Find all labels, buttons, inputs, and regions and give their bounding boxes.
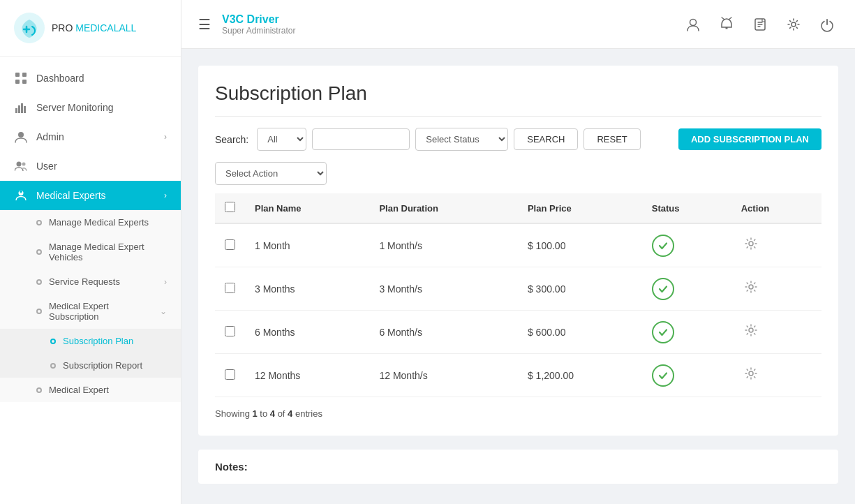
row-checkbox[interactable] xyxy=(225,369,235,380)
sidebar-item-label: Service Requests xyxy=(49,276,120,287)
sidebar-item-label: Medical Experts xyxy=(36,190,164,201)
header-checkbox-cell xyxy=(215,193,245,223)
dot-icon xyxy=(36,309,42,314)
svg-point-19 xyxy=(749,242,753,246)
menu-toggle-button[interactable]: ☰ xyxy=(198,16,211,33)
sidebar-item-service-requests[interactable]: Service Requests › xyxy=(0,269,181,294)
row-checkbox[interactable] xyxy=(225,239,235,250)
main-content: ☰ V3C Driver Super Administrator xyxy=(181,0,855,504)
action-select[interactable]: Select Action xyxy=(215,162,327,185)
svg-rect-3 xyxy=(15,80,20,84)
logo-pro: PRO xyxy=(52,22,73,34)
server-monitoring-icon xyxy=(14,101,28,114)
cell-plan-name: 1 Month xyxy=(245,223,369,267)
cell-plan-duration: 6 Month/s xyxy=(369,311,517,354)
search-label: Search: xyxy=(215,134,248,145)
cell-plan-duration: 3 Month/s xyxy=(369,267,517,311)
table-header-row: Plan Name Plan Duration Plan Price Statu… xyxy=(215,193,821,223)
driver-role: Super Administrator xyxy=(222,26,682,36)
status-select[interactable]: Select Status xyxy=(415,128,508,151)
svg-point-21 xyxy=(749,328,753,332)
notes-card: Notes: xyxy=(198,450,838,484)
cell-plan-duration: 12 Month/s xyxy=(369,354,517,397)
reset-button[interactable]: RESET xyxy=(583,128,640,150)
dot-icon xyxy=(50,339,56,344)
sidebar-item-label: Manage Medical Expert Vehicles xyxy=(49,242,167,262)
logo: PRO MEDICALALL xyxy=(0,0,181,57)
profile-icon[interactable] xyxy=(682,13,704,36)
dot-icon xyxy=(36,387,42,393)
dot-icon xyxy=(50,363,56,369)
sidebar-item-manage-vehicles[interactable]: Manage Medical Expert Vehicles xyxy=(0,235,181,269)
cell-action xyxy=(731,354,821,397)
search-button[interactable]: SEARCH xyxy=(514,128,578,150)
cell-plan-price: $ 300.00 xyxy=(518,267,642,311)
cell-plan-price: $ 600.00 xyxy=(518,311,642,354)
sidebar-item-subscription-plan[interactable]: Subscription Plan xyxy=(0,329,181,353)
cell-plan-name: 6 Months xyxy=(245,311,369,354)
action-gear-button[interactable] xyxy=(741,277,761,300)
notes-title: Notes: xyxy=(215,461,248,473)
status-active-icon xyxy=(652,364,674,387)
action-gear-button[interactable] xyxy=(741,364,761,387)
sidebar-item-label: User xyxy=(36,161,167,172)
svg-rect-6 xyxy=(18,105,20,113)
dot-icon xyxy=(36,279,42,285)
showing-start: 1 xyxy=(252,408,257,419)
subscription-plan-card: Subscription Plan Search: All Select Sta… xyxy=(198,66,838,436)
topbar: ☰ V3C Driver Super Administrator xyxy=(181,0,855,49)
admin-icon xyxy=(14,130,28,144)
settings-icon[interactable] xyxy=(782,13,805,36)
svg-rect-4 xyxy=(22,80,27,84)
row-checkbox-cell xyxy=(215,267,245,311)
svg-point-20 xyxy=(749,285,753,289)
sidebar-item-label: Medical Expert Subscription xyxy=(49,301,160,322)
select-all-checkbox[interactable] xyxy=(225,202,235,212)
svg-point-9 xyxy=(18,132,24,138)
sidebar-item-medical-experts[interactable]: Medical Experts › xyxy=(0,181,181,210)
svg-rect-8 xyxy=(24,106,26,113)
row-checkbox[interactable] xyxy=(225,326,235,336)
search-type-select[interactable]: All xyxy=(257,128,306,151)
cell-status xyxy=(642,223,731,267)
search-input[interactable] xyxy=(312,128,410,150)
sidebar-item-expert-subscription[interactable]: Medical Expert Subscription ⌄ xyxy=(0,294,181,329)
subscription-plans-table: Plan Name Plan Duration Plan Price Statu… xyxy=(215,193,821,397)
chevron-right-icon: › xyxy=(164,191,167,200)
cell-plan-name: 12 Months xyxy=(245,354,369,397)
chevron-right-icon: › xyxy=(164,132,167,142)
cell-plan-name: 3 Months xyxy=(245,267,369,311)
notes-icon[interactable] xyxy=(749,13,771,36)
action-gear-button[interactable] xyxy=(741,234,761,257)
power-icon[interactable] xyxy=(816,13,838,36)
showing-total: 4 xyxy=(288,408,292,419)
table-row: 12 Months 12 Month/s $ 1,200.00 xyxy=(215,354,821,397)
svg-rect-14 xyxy=(20,191,21,193)
svg-rect-5 xyxy=(15,108,17,113)
sidebar-item-medical-expert-bottom[interactable]: Medical Expert xyxy=(0,378,181,402)
cell-status xyxy=(642,311,731,354)
row-checkbox[interactable] xyxy=(225,283,235,293)
driver-name: V3C Driver xyxy=(222,13,682,26)
cell-action xyxy=(731,311,821,354)
dot-icon xyxy=(36,249,42,255)
sidebar-item-server-monitoring[interactable]: Server Monitoring xyxy=(0,93,181,122)
search-bar: Search: All Select Status SEARCH RESET A… xyxy=(215,128,821,151)
add-subscription-plan-button[interactable]: ADD SUBSCRIPTION PLAN xyxy=(678,128,821,150)
sidebar-item-manage-experts[interactable]: Manage Medical Experts xyxy=(0,210,181,235)
sidebar: PRO MEDICALALL Dashboard Server Monitori… xyxy=(0,0,181,504)
sidebar-item-label: Manage Medical Experts xyxy=(49,217,149,228)
sidebar-item-dashboard[interactable]: Dashboard xyxy=(0,64,181,93)
cell-action xyxy=(731,267,821,311)
table-row: 1 Month 1 Month/s $ 100.00 xyxy=(215,223,821,267)
header-plan-name: Plan Name xyxy=(245,193,369,223)
sidebar-item-subscription-report[interactable]: Subscription Report xyxy=(0,353,181,378)
cell-plan-duration: 1 Month/s xyxy=(369,223,517,267)
alert-icon[interactable] xyxy=(715,13,738,36)
action-gear-button[interactable] xyxy=(741,320,761,343)
dot-icon xyxy=(36,220,42,225)
svg-rect-2 xyxy=(22,73,27,77)
sidebar-item-admin[interactable]: Admin › xyxy=(0,122,181,151)
status-active-icon xyxy=(652,321,674,343)
sidebar-item-user[interactable]: User xyxy=(0,151,181,181)
